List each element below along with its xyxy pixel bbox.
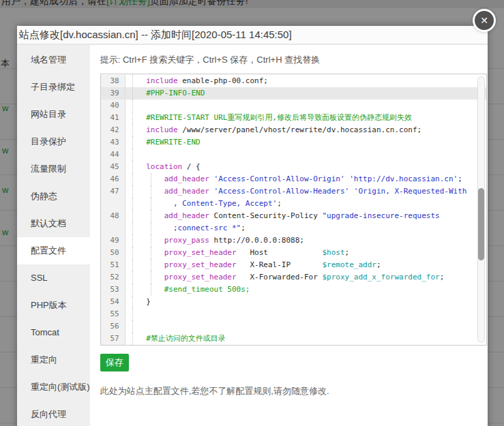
sidebar-item[interactable]: 反向代理 [17,401,90,426]
indent-guide [132,75,133,87]
line-content [125,320,486,333]
code-token: #PHP-INFO-END [146,89,205,97]
code-line: 42 include /www/server/panel/vhost/rewri… [101,124,486,136]
sidebar-item[interactable]: Tomcat [17,319,90,346]
line-content: proxy_pass http://0.0.0.0:8088; [125,234,486,247]
indent-guide [132,100,133,112]
sidebar-item[interactable]: 重定向(测试版) [17,374,90,401]
dialog-title: 站点修改[dv.hocassian.cn] -- 添加时间[2020-05-11… [17,26,488,45]
code-line: 44 [101,149,486,161]
indent-guide [132,259,133,271]
code-token [128,89,147,97]
line-number: 51 [101,259,125,271]
code-token: Host [237,248,323,257]
indent-guide [151,271,151,284]
sidebar: 域名管理子目录绑定网站目录目录保护流量限制伪静态默认文档配置文件SSLPHP版本… [17,45,90,426]
line-content: add_header 'Access-Control-Allow-Headers… [125,185,486,198]
code-token [128,248,164,257]
code-token [128,285,164,294]
code-token: 'Origin, X-Requested-With [354,187,467,196]
sidebar-item[interactable]: 流量限制 [17,155,90,183]
code-token [128,76,147,85]
code-token: proxy_pass [164,236,209,245]
code-line: , Content-Type, Accept'; [101,198,486,210]
code-token: add_header [164,187,209,196]
indent-guide [132,124,133,136]
config-code-editor[interactable]: 38 include enable-php-00.conf;39 #PHP-IN… [100,74,487,346]
sidebar-item[interactable]: 子目录绑定 [17,74,90,101]
line-number [101,222,125,234]
line-content: #send_timeout 500s; [125,284,486,296]
sidebar-item[interactable]: 目录保护 [17,128,90,155]
line-content: add_header 'Access-Control-Allow-Origin'… [125,173,486,185]
main-panel: 提示: Ctrl+F 搜索关键字，Ctrl+S 保存，Ctrl+H 查找替换 3… [90,45,488,426]
code-token [128,273,164,282]
indent-guide [151,234,151,247]
indent-guide [132,333,133,345]
code-token: ; [458,174,462,183]
code-token [128,260,164,269]
indent-guide [132,222,133,234]
line-content [125,308,486,320]
code-token [349,187,354,196]
code-line: 46 add_header 'Access-Control-Allow-Orig… [101,173,486,185]
indent-guide [132,149,133,161]
sidebar-item[interactable]: 重定向 [17,346,90,374]
code-line: 57 #禁止访问的文件或目录 [101,333,486,345]
code-token [128,187,164,196]
code-token: ; [376,260,381,269]
code-token: include [146,76,177,85]
dialog-body: 域名管理子目录绑定网站目录目录保护流量限制伪静态默认文档配置文件SSLPHP版本… [17,45,488,426]
line-number: 53 [101,284,125,296]
code-token [128,138,147,147]
code-line: 39 #PHP-INFO-END [101,87,486,100]
code-line: 49 proxy_pass http://0.0.0.0:8088; [101,234,486,247]
code-token [128,125,147,134]
indent-guide [132,198,133,210]
line-number: 48 [101,210,125,222]
code-token [128,211,164,220]
sidebar-item[interactable]: 默认文档 [17,210,90,237]
code-token: $remote_addr [322,260,376,269]
code-line: 41 #REWRITE-START URL重写规则引用,修改后将导致面板设置的伪… [101,112,486,124]
code-line: 43 #REWRITE-END [101,136,486,149]
indent-guide [151,173,151,185]
line-number: 46 [101,173,125,185]
sidebar-item[interactable]: 域名管理 [17,46,90,74]
code-token: proxy_set_header [164,248,237,257]
site-edit-dialog: 站点修改[dv.hocassian.cn] -- 添加时间[2020-05-11… [17,26,488,426]
save-button[interactable]: 保存 [100,354,129,371]
line-number: 41 [101,112,125,124]
line-content: #REWRITE-END [125,136,486,149]
sidebar-item[interactable]: SSL [17,264,90,292]
editor-scrollbar-thumb[interactable] [478,188,484,260]
stage: 用户，建站成功后，请在[计划任务]页面添加定时备份任务! 本 wwww 站点修改… [0,0,504,426]
code-line: 47 add_header 'Access-Control-Allow-Head… [101,185,486,198]
sidebar-item[interactable]: PHP版本 [17,292,90,319]
sidebar-item[interactable]: 配置文件 [17,237,90,264]
line-content [125,100,486,112]
code-token: ;connect-src *" [173,224,241,232]
code-line: 52 proxy_set_header X-Forwarded-For $pro… [101,271,486,284]
indent-guide [132,185,133,198]
code-token: #send_timeout 500s; [164,285,250,294]
line-number: 44 [101,149,125,161]
close-button[interactable]: ✕ [473,9,496,32]
indent-guide [132,136,133,149]
line-content [125,149,486,161]
indent-guide [132,87,133,100]
line-number: 52 [101,271,125,284]
line-number: 40 [101,100,125,112]
line-number: 45 [101,161,125,173]
code-token: } [128,297,151,306]
code-line: 51 proxy_set_header X-Real-IP $remote_ad… [101,259,486,271]
line-number: 47 [101,185,125,198]
indent-guide [132,284,133,296]
code-token: #REWRITE-START URL重写规则引用,修改后将导致面板设置的伪静态规… [146,113,412,122]
editor-scrollbar-track[interactable] [477,76,485,343]
sidebar-item[interactable]: 网站目录 [17,101,90,128]
code-token: enable-php-00.conf; [178,76,268,85]
sidebar-item[interactable]: 伪静态 [17,183,90,210]
indent-guide [151,185,151,198]
code-token: ; [241,224,246,232]
